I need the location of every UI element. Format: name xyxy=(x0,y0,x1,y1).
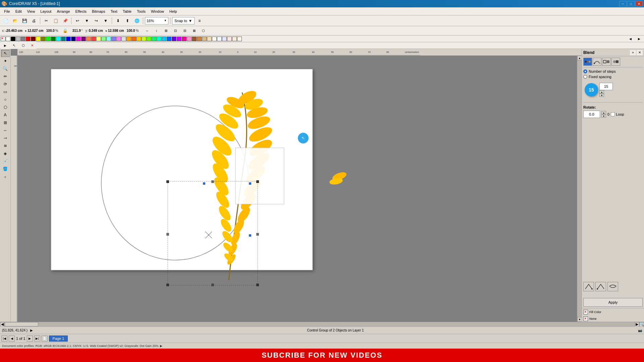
menu-view[interactable]: View xyxy=(24,9,38,14)
rotate-increment[interactable]: ▲ xyxy=(601,111,606,114)
undo-button[interactable]: ↩ xyxy=(73,17,82,25)
path-btn-2[interactable] xyxy=(595,282,606,291)
color-swatch-burlywood[interactable] xyxy=(202,37,207,41)
hscroll-right-button[interactable]: ▶ xyxy=(635,322,639,327)
path-btn-1[interactable] xyxy=(583,282,594,291)
color-swatch-lightcyan[interactable] xyxy=(106,37,111,41)
color-swatch-hotpink[interactable] xyxy=(182,37,186,41)
color-swatch-lightgray[interactable] xyxy=(121,37,126,41)
menu-tools[interactable]: Tools xyxy=(134,9,148,14)
redo-button[interactable]: ↪ xyxy=(92,17,101,25)
blend-mode-normal[interactable] xyxy=(583,58,592,66)
freehand-tool[interactable]: ✏ xyxy=(1,73,10,80)
node-tool-btn[interactable]: ⬡ xyxy=(19,42,28,50)
nav-last-button[interactable]: ▶| xyxy=(34,336,40,342)
status-expand-icon[interactable]: ▶ xyxy=(30,328,33,332)
interactive-fill-tool[interactable]: 🪣 xyxy=(1,165,10,173)
mirror-v-button[interactable]: ↕ xyxy=(152,27,161,35)
smart-fill-tool[interactable]: ⬨ xyxy=(1,173,10,180)
color-swatch-red[interactable] xyxy=(26,37,31,41)
color-swatch-2[interactable] xyxy=(16,37,20,41)
rotate-decrement[interactable]: ▼ xyxy=(601,114,606,118)
panel-close-button[interactable]: ✕ xyxy=(637,50,643,55)
smart-draw-tool[interactable]: ⟳ xyxy=(1,80,10,88)
color-swatch-peru[interactable] xyxy=(197,37,202,41)
canvas-area[interactable]: 120 110 100 90 80 70 60 50 40 30 20 10 0… xyxy=(11,49,582,322)
menu-edit[interactable]: Edit xyxy=(13,9,24,14)
color-swatch-navy[interactable] xyxy=(71,37,76,41)
redo-dropdown[interactable]: ▼ xyxy=(101,17,110,25)
hscroll-thumb[interactable] xyxy=(5,322,38,326)
copy-button[interactable]: 📋 xyxy=(51,17,60,25)
polygon-tool[interactable]: ⬡ xyxy=(1,104,10,111)
cut-button[interactable]: ✂ xyxy=(42,17,51,25)
close-button[interactable]: ✕ xyxy=(635,1,643,6)
dimension-tool[interactable]: ↔ xyxy=(1,127,10,134)
menu-layout[interactable]: Layout xyxy=(38,9,54,14)
nav-first-button[interactable]: |◀ xyxy=(1,336,7,342)
color-swatch-green[interactable] xyxy=(46,37,51,41)
zoom-dropdown-icon[interactable]: ▼ xyxy=(164,19,167,22)
color-swatch-darkorange[interactable] xyxy=(131,37,136,41)
menu-effects[interactable]: Effects xyxy=(73,9,89,14)
color-swatch-cyan[interactable] xyxy=(56,37,61,41)
color-swatch-darkred[interactable] xyxy=(31,37,36,41)
nav-next-button[interactable]: ▶ xyxy=(27,336,33,342)
doc-profile-arrow[interactable]: ▶ xyxy=(160,344,162,348)
menu-arrange[interactable]: Arrange xyxy=(54,9,72,14)
zoom-box[interactable]: 16% ▼ xyxy=(145,17,168,24)
vertical-scrollbar[interactable]: ▲ ▼ xyxy=(577,56,582,322)
snap-to-box[interactable]: Snap to ▼ xyxy=(172,17,195,24)
hscroll-left-button[interactable]: ◀ xyxy=(0,322,5,327)
blend-tool[interactable]: ≋ xyxy=(1,142,10,149)
table-tool[interactable]: ⊞ xyxy=(1,119,10,126)
color-swatch-none[interactable]: × xyxy=(1,37,5,41)
color-swatch-violet[interactable] xyxy=(172,37,176,41)
color-swatch-olive[interactable] xyxy=(41,37,46,41)
close-icon-red[interactable]: ✕ xyxy=(28,42,37,50)
nav-add-page-button[interactable]: 📄 xyxy=(42,336,48,342)
color-swatch-dodger[interactable] xyxy=(167,37,171,41)
color-swatch-springgreen[interactable] xyxy=(152,37,156,41)
menu-file[interactable]: File xyxy=(1,9,13,14)
color-swatch-yellow[interactable] xyxy=(36,37,41,41)
color-swatch-oldlace[interactable] xyxy=(237,37,242,41)
minimize-button[interactable]: ─ xyxy=(619,1,627,6)
color-swatch-orange[interactable] xyxy=(86,37,91,41)
palette-scroll-left[interactable]: ◀ xyxy=(626,36,635,42)
connector-tool[interactable]: ⤙ xyxy=(1,134,10,142)
color-swatch-lavender[interactable] xyxy=(222,37,227,41)
path-btn-3[interactable] xyxy=(607,282,618,291)
apply-button[interactable]: Apply xyxy=(583,298,643,307)
zoom-100-icon[interactable]: 🔍 xyxy=(639,322,644,327)
blend-mode-4[interactable] xyxy=(611,58,620,66)
color-swatch-yellowgreen[interactable] xyxy=(142,37,146,41)
hscroll-track[interactable] xyxy=(5,322,635,326)
lock-ratio-button[interactable]: 🔒 xyxy=(61,27,70,35)
paste-button[interactable]: 📌 xyxy=(61,17,69,25)
color-swatch-lightyellow[interactable] xyxy=(96,37,101,41)
nav-prev-button[interactable]: ◀ xyxy=(9,336,15,342)
rotate-input[interactable] xyxy=(583,111,600,118)
transparency-tool[interactable]: ◈ xyxy=(1,150,10,157)
maximize-button[interactable]: □ xyxy=(627,1,635,6)
transform4-button[interactable]: ⊠ xyxy=(190,27,199,35)
menu-help[interactable]: Help xyxy=(167,9,180,14)
fixed-spacing-radio[interactable] xyxy=(583,75,587,79)
color-swatch-teal[interactable] xyxy=(61,37,66,41)
zoom-tool[interactable]: 🔍 xyxy=(1,65,10,72)
steps-input[interactable] xyxy=(599,83,613,90)
color-swatch-3[interactable] xyxy=(21,37,25,41)
color-swatch-pinkish[interactable] xyxy=(187,37,192,41)
save-button[interactable]: 💾 xyxy=(20,17,29,25)
steps-dial[interactable]: 15 xyxy=(585,83,598,97)
steps-decrement[interactable]: ▼ xyxy=(599,94,604,97)
color-swatch-aquamarine[interactable] xyxy=(157,37,161,41)
color-swatch-wheat[interactable] xyxy=(207,37,212,41)
import-button[interactable]: ⬇ xyxy=(114,17,122,25)
color-swatch-darkgreen[interactable] xyxy=(51,37,56,41)
blend-mode-along-path[interactable] xyxy=(593,58,601,66)
blend-mode-compound[interactable] xyxy=(602,58,611,66)
color-swatch-1[interactable] xyxy=(11,37,15,41)
color-swatch-antique[interactable] xyxy=(232,37,237,41)
